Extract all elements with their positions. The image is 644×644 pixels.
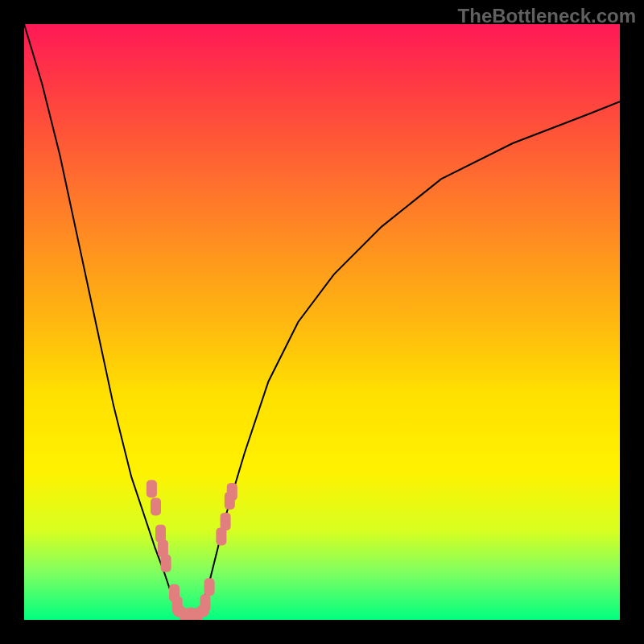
marker-circle [184,608,197,620]
left-curve [24,24,191,620]
marker-rect [151,497,161,515]
plot-area [24,24,620,620]
chart-container: TheBottleneck.com [0,0,644,644]
marker-rect [161,555,171,572]
marker-circle [172,605,185,617]
marker-circle [196,605,209,617]
marker-rect [147,480,157,497]
marker-group [147,480,237,620]
curve-layer [24,24,620,620]
right-curve [191,101,620,620]
marker-rect [227,483,237,501]
marker-rect [204,578,215,596]
watermark-text: TheBottleneck.com [458,5,636,27]
marker-rect [221,513,231,530]
